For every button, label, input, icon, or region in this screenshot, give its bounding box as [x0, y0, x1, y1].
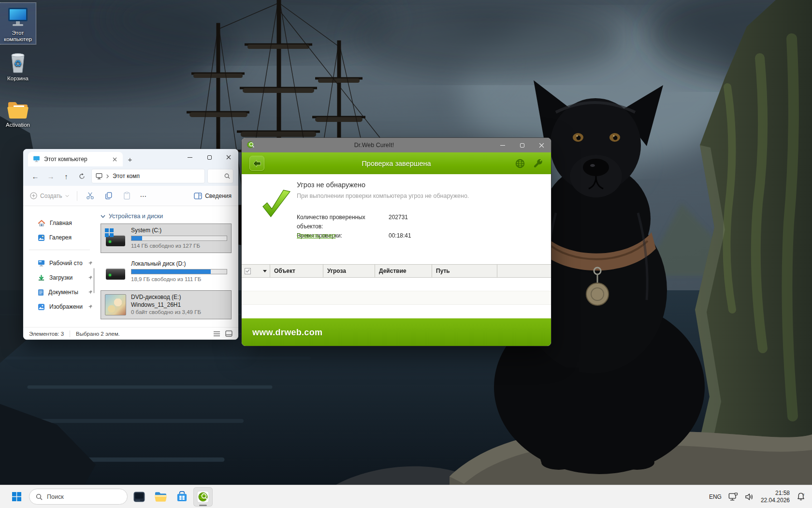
explorer-minimize-button[interactable]: [180, 149, 200, 165]
refresh-icon: [79, 173, 85, 179]
selection-dropdown-icon[interactable]: [263, 270, 267, 272]
desktop-icon-this-pc[interactable]: Этот компьютер: [0, 3, 36, 44]
drweb-cureit-icon: [197, 491, 209, 503]
cut-button[interactable]: [85, 191, 96, 201]
breadcrumb[interactable]: Этот комп: [91, 169, 205, 183]
svg-text:z: z: [803, 493, 805, 496]
sidebar-item-home[interactable]: Главная: [23, 216, 96, 230]
volume-icon[interactable]: [745, 493, 754, 501]
search-placeholder: Поиск: [47, 493, 64, 500]
windows-logo-icon: [105, 228, 114, 237]
desktop-screen: Этот компьютер ♻ Корзина Activation: [0, 0, 812, 508]
column-threat[interactable]: Угроза: [323, 265, 375, 277]
large-icons-view-icon[interactable]: [225, 330, 232, 337]
drive-name: Локальный диск (D:): [131, 260, 227, 268]
column-action[interactable]: Действие: [375, 265, 432, 277]
explorer-search-box[interactable]: [207, 169, 233, 183]
new-tab-button[interactable]: +: [123, 152, 137, 166]
wrench-icon[interactable]: [533, 158, 543, 169]
explorer-tab[interactable]: Этот компьютер: [28, 152, 123, 166]
chevron-down-icon: [65, 194, 69, 197]
back-arrow-icon: [253, 160, 261, 167]
paste-icon: [123, 192, 130, 200]
paste-button[interactable]: [122, 191, 132, 201]
taskbar: Поиск: [0, 485, 812, 508]
taskbar-app-store[interactable]: [172, 487, 191, 507]
notification-bell-icon[interactable]: z: [797, 492, 805, 501]
explorer-maximize-button[interactable]: [200, 149, 219, 165]
create-button[interactable]: Создать: [30, 192, 69, 199]
pin-icon: [88, 275, 93, 280]
drive-e-row[interactable]: DVD-дисковод (E:) Windows_11_26H1 0 байт…: [101, 290, 232, 319]
microsoft-store-icon: [176, 491, 188, 503]
drweb-green-header: Проверка завершена: [242, 152, 551, 174]
status-divider: [70, 330, 70, 337]
drives-group-header[interactable]: Устройства и диски: [101, 211, 232, 222]
check-mark-icon: [261, 189, 291, 219]
result-description: При выполнении проверки компьютера угроз…: [297, 193, 469, 199]
column-object[interactable]: Объект: [270, 265, 323, 277]
drweb-maximize-button[interactable]: [512, 138, 532, 152]
breadcrumb-pc-icon: [96, 173, 102, 179]
refresh-button[interactable]: [74, 169, 89, 183]
more-options-button[interactable]: ⋯: [140, 192, 147, 200]
taskbar-app-dark-window[interactable]: [130, 487, 149, 507]
details-pane-button[interactable]: Сведения: [194, 193, 232, 199]
drive-c-row[interactable]: System (C:) 114 ГБ свободно из 127 ГБ: [101, 224, 232, 253]
drive-c-usage-bar: [131, 236, 227, 241]
sidebar-item-documents[interactable]: Документы: [23, 285, 96, 299]
search-icon: [36, 493, 43, 500]
sidebar-scrollbar[interactable]: [93, 268, 95, 293]
up-button[interactable]: ↑: [59, 169, 73, 183]
drweb-url[interactable]: www.drweb.com: [252, 328, 322, 338]
drive-d-row[interactable]: Локальный диск (D:) 18,9 ГБ свободно из …: [101, 257, 232, 286]
sidebar-item-gallery[interactable]: Галерея: [23, 230, 96, 245]
clock-time: 21:58: [761, 490, 790, 497]
sidebar-label: Галерея: [49, 234, 93, 241]
sidebar-item-desktop[interactable]: Рабочий сто: [23, 256, 96, 270]
scissors-icon: [86, 192, 94, 200]
drweb-close-button[interactable]: [532, 138, 551, 152]
explorer-close-button[interactable]: [219, 149, 238, 165]
sidebar-item-downloads[interactable]: Загрузки: [23, 270, 96, 285]
drweb-minimize-button[interactable]: [493, 138, 512, 152]
documents-icon: [38, 289, 44, 296]
windows-start-icon: [12, 492, 21, 501]
forward-button[interactable]: →: [44, 169, 58, 183]
start-button[interactable]: [7, 487, 26, 507]
result-title: Угроз не обнаружено: [297, 181, 365, 189]
tab-close-icon[interactable]: [110, 155, 119, 164]
drweb-footer: www.drweb.com: [242, 318, 551, 346]
details-pane-icon: [194, 193, 202, 199]
taskbar-app-drweb[interactable]: [193, 487, 213, 507]
taskbar-app-explorer[interactable]: [151, 487, 170, 507]
back-button[interactable]: [249, 156, 264, 171]
open-report-link[interactable]: Открыть отчет: [297, 232, 335, 239]
sidebar-item-pictures[interactable]: Изображени: [23, 299, 96, 314]
drive-name: System (C:): [131, 226, 227, 234]
globe-icon[interactable]: [515, 158, 525, 169]
gallery-icon: [38, 234, 45, 241]
pin-icon: [88, 290, 93, 295]
drweb-title-bar[interactable]: Dr.Web CureIt!: [242, 138, 551, 152]
back-button[interactable]: ←: [28, 169, 43, 183]
taskbar-clock[interactable]: 21:58 22.04.2026: [761, 490, 790, 504]
explorer-content: Устройства и диски System (C:) 114 ГБ св…: [96, 206, 238, 327]
column-path[interactable]: Путь: [432, 265, 497, 277]
desktop-icon-label: Activation: [1, 122, 35, 128]
desktop-icon-recycle-bin[interactable]: ♻ Корзина: [0, 48, 36, 83]
stat-value: 00:18:41: [389, 231, 411, 240]
copy-button[interactable]: [103, 191, 114, 201]
network-icon[interactable]: [728, 493, 738, 501]
taskbar-search-box[interactable]: Поиск: [29, 489, 128, 505]
downloads-icon: [38, 274, 45, 282]
select-all-checkbox[interactable]: [245, 268, 251, 274]
sidebar-label: Загрузки: [49, 274, 84, 281]
drweb-result-panel: Угроз не обнаружено При выполнении прове…: [242, 174, 551, 264]
chevron-down-icon: [101, 215, 105, 218]
drweb-window: Dr.Web CureIt! Проверка завершена: [242, 138, 551, 346]
language-indicator[interactable]: ENG: [709, 493, 722, 500]
explorer-tab-bar[interactable]: Этот компьютер +: [23, 149, 238, 166]
list-view-icon[interactable]: [213, 331, 220, 337]
desktop-icon-activation[interactable]: Activation: [0, 95, 36, 130]
